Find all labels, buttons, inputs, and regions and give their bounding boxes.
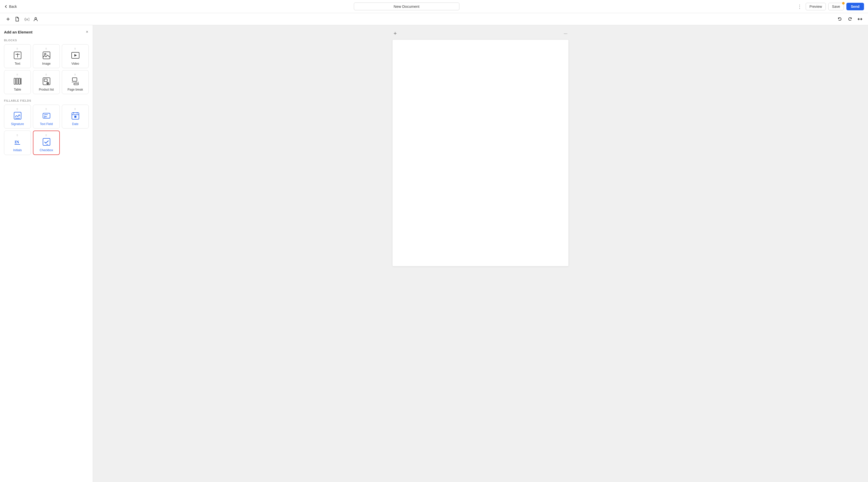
file-button[interactable] [13, 15, 21, 23]
svg-rect-23 [74, 83, 79, 85]
block-product-list-label: Product list [39, 88, 54, 91]
image-block-icon [42, 51, 51, 60]
nav-center [17, 2, 796, 10]
block-checkbox[interactable]: ⠿ Checkbox [33, 131, 60, 155]
sidebar-close-button[interactable]: × [86, 29, 89, 35]
block-video-label: Video [71, 62, 79, 65]
nav-right: ⋮ Preview Save Send [796, 2, 864, 10]
table-block-icon [13, 77, 22, 86]
drag-handle-checkbox: ⠿ [45, 134, 48, 137]
drag-handle-video: ⠿ [74, 48, 76, 50]
page-break-block-icon [71, 77, 80, 86]
fit-button[interactable] [856, 15, 864, 23]
canvas-more-button[interactable]: ··· [564, 31, 567, 36]
block-image-label: Image [42, 62, 51, 65]
block-page-break[interactable]: ⠿ Page break [62, 70, 89, 94]
block-initials-label: Initials [13, 148, 22, 152]
block-table[interactable]: ⠿ Table [4, 70, 31, 94]
more-options-button[interactable]: ⋮ [796, 2, 803, 10]
block-text-field[interactable]: ⠿ Text Field [33, 105, 60, 129]
canvas-add-button[interactable]: + [394, 30, 397, 37]
drag-handle-table: ⠿ [16, 74, 19, 76]
person-button[interactable] [32, 15, 40, 23]
drag-handle-date: ⠿ [74, 108, 76, 111]
block-initials[interactable]: ⠿ IN Initials [4, 131, 31, 155]
checkbox-block-icon [42, 137, 51, 146]
drag-handle-text: ⠿ [16, 48, 19, 50]
drag-handle-signature: ⠿ [16, 108, 19, 111]
document-page [393, 40, 568, 266]
svg-text:{x}: {x} [24, 17, 29, 21]
redo-button[interactable] [846, 15, 854, 23]
variable-button[interactable]: {x} [22, 15, 31, 23]
product-list-block-icon [42, 77, 51, 86]
block-image[interactable]: ⠿ Image [33, 44, 60, 68]
sidebar-title: Add an Element [4, 30, 32, 34]
initials-block-icon: IN [13, 137, 22, 146]
undo-button[interactable] [836, 15, 844, 23]
blocks-section-label: BLOCKS [4, 39, 89, 42]
svg-text:IN: IN [14, 140, 19, 144]
block-text[interactable]: ⠿ Text [4, 44, 31, 68]
add-element-button[interactable] [4, 15, 12, 23]
preview-button[interactable]: Preview [806, 3, 826, 10]
svg-marker-11 [74, 54, 77, 57]
svg-rect-15 [21, 78, 21, 84]
drag-handle-initials: ⠿ [16, 134, 19, 137]
nav-left: Back [4, 4, 17, 8]
svg-rect-34 [74, 116, 76, 118]
drag-handle-image: ⠿ [45, 48, 48, 50]
block-date-label: Date [72, 122, 79, 126]
block-date[interactable]: ⠿ Date [62, 105, 89, 129]
document-title-input[interactable] [354, 2, 459, 10]
block-checkbox-label: Checkbox [40, 148, 53, 152]
blocks-grid: ⠿ Text ⠿ [4, 44, 89, 94]
drag-handle-page-break: ⠿ [74, 74, 76, 76]
drag-handle-product-list: ⠿ [45, 74, 48, 76]
svg-rect-17 [44, 79, 47, 82]
date-block-icon [71, 111, 80, 120]
block-signature-label: Signature [11, 122, 24, 126]
text-block-icon [13, 51, 22, 60]
canvas-area: + ··· [93, 25, 868, 482]
video-block-icon [71, 51, 80, 60]
svg-rect-13 [16, 78, 18, 84]
back-button[interactable]: Back [4, 4, 17, 8]
fillable-section-label: FILLABLE FIELDS [4, 99, 89, 102]
toolbar-right [836, 15, 864, 23]
top-nav: Back ⋮ Preview Save Send [0, 0, 868, 13]
drag-handle-text-field: ⠿ [45, 108, 48, 111]
svg-point-9 [44, 53, 46, 55]
svg-rect-26 [43, 113, 50, 118]
block-text-field-label: Text Field [40, 122, 53, 126]
block-text-label: Text [14, 62, 20, 65]
block-page-break-label: Page break [68, 88, 83, 91]
text-field-block-icon [42, 111, 51, 120]
svg-rect-8 [43, 52, 50, 59]
save-badge [842, 2, 845, 4]
toolbar-left: {x} [4, 15, 40, 23]
main-area: Add an Element × BLOCKS ⠿ Text ⠿ [0, 25, 868, 482]
fillable-grid: ⠿ Signature ⠿ [4, 105, 89, 155]
svg-rect-21 [72, 78, 77, 81]
sidebar: Add an Element × BLOCKS ⠿ Text ⠿ [0, 25, 93, 482]
svg-rect-14 [19, 78, 20, 84]
signature-block-icon [13, 111, 22, 120]
secondary-toolbar: {x} [0, 13, 868, 25]
sidebar-header: Add an Element × [4, 29, 89, 35]
canvas-toolbar: + ··· [393, 30, 568, 37]
svg-point-3 [35, 17, 37, 19]
send-button[interactable]: Send [846, 3, 864, 10]
back-label: Back [9, 4, 17, 8]
block-signature[interactable]: ⠿ Signature [4, 105, 31, 129]
block-video[interactable]: ⠿ Video [62, 44, 89, 68]
block-table-label: Table [14, 88, 21, 91]
svg-rect-12 [14, 78, 16, 84]
block-product-list[interactable]: ⠿ Product list [33, 70, 60, 94]
save-button[interactable]: Save [828, 3, 844, 10]
